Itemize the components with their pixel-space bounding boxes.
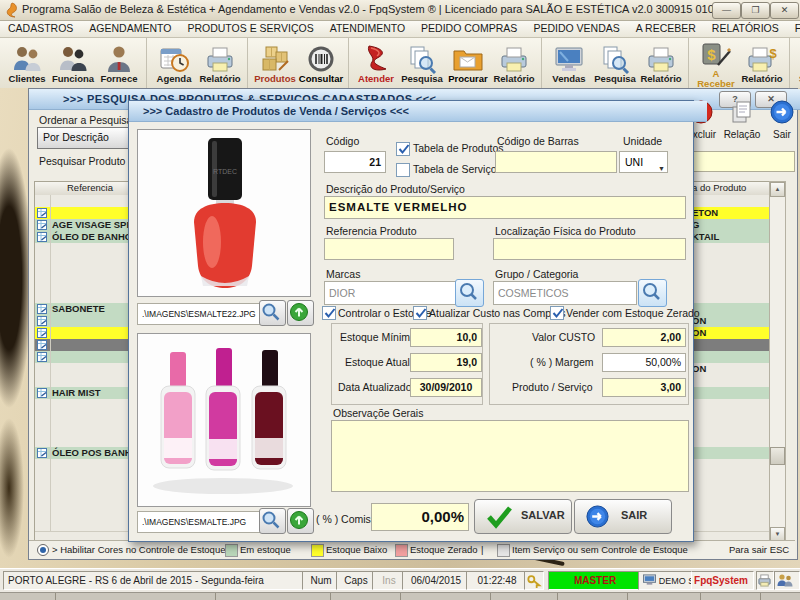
legend-color-swatch	[311, 544, 324, 557]
sair-label: SAIR	[621, 509, 647, 521]
toolbar-button-consultar[interactable]: Consultar	[298, 43, 344, 84]
menu-item-7[interactable]: RELATÓRIOS	[704, 21, 787, 34]
magnifier-icon	[456, 280, 481, 304]
column-produto[interactable]: a do Produto	[692, 182, 746, 193]
menu-item-5[interactable]: PEDIDO VENDAS	[525, 21, 627, 34]
marcas-search-button[interactable]	[455, 279, 484, 307]
comissao-field[interactable]: 0,00%	[371, 503, 469, 531]
vender-zerado-checkbox[interactable]	[550, 306, 564, 320]
printer-icon	[491, 44, 537, 74]
estoque-min-field[interactable]: 10,0	[410, 328, 482, 347]
toolbar-button-atender[interactable]: Atender	[353, 43, 399, 84]
custo-label: Valor CUSTO	[532, 331, 595, 343]
menu-item-8[interactable]: FERRAMENTAS	[787, 21, 800, 34]
toolbar-button-relatório[interactable]: Relatório	[491, 43, 537, 84]
scrollbar-thumb[interactable]	[770, 447, 785, 465]
menu-item-6[interactable]: A RECEBER	[628, 21, 704, 34]
svg-text:$: $	[707, 46, 716, 63]
codigo-field[interactable]: 21	[324, 151, 386, 173]
estoque-min-label: Estoque Mínimo	[340, 331, 416, 343]
toolbar-button-relatório[interactable]: Relatório	[638, 43, 684, 84]
people-icon	[776, 573, 794, 587]
toolbar-button-funciona[interactable]: Funciona	[50, 43, 96, 84]
image1-load-button[interactable]	[287, 300, 314, 326]
tabela-produtos-checkbox[interactable]	[396, 142, 410, 156]
referencia-field[interactable]	[324, 238, 454, 260]
search-input[interactable]	[691, 151, 795, 172]
green-orb-icon	[288, 509, 310, 531]
estoque-atual-field[interactable]: 19,0	[410, 353, 482, 372]
table-row-label: ÓLEO DE BANHO	[52, 231, 132, 243]
legend-radio[interactable]	[37, 544, 49, 556]
unidade-dropdown[interactable]: UNI ▼	[619, 151, 668, 173]
toolbar-button-suporte[interactable]: Suporte	[794, 43, 800, 84]
obs-textarea[interactable]	[331, 420, 689, 492]
check-icon	[485, 505, 513, 529]
sair-window-button[interactable]: Sair	[763, 99, 800, 140]
title-bar: Programa Salão de Beleza & Estética + Ag…	[0, 0, 800, 21]
tabela-servicos-checkbox[interactable]	[396, 163, 410, 177]
tabela-servicos-label: Tabela de Serviços	[413, 163, 502, 175]
close-button[interactable]: ✕	[770, 2, 799, 19]
controlar-estoque-checkbox[interactable]	[322, 306, 336, 320]
image2-load-button[interactable]	[287, 508, 314, 534]
relacao-button[interactable]: Relação	[723, 99, 761, 140]
toolbar-button-pesquisa[interactable]: Pesquisa	[399, 43, 445, 84]
status-num: Num	[302, 571, 340, 590]
status-caps: Caps	[336, 571, 376, 590]
salvar-button[interactable]: SALVAR	[474, 499, 572, 534]
toolbar-button-fornece[interactable]: Fornece	[96, 43, 142, 84]
toolbar-button-clientes[interactable]: Clientes	[4, 43, 50, 84]
docmag-icon	[399, 44, 445, 74]
atualizar-custo-checkbox[interactable]	[413, 306, 427, 320]
menu-item-2[interactable]: PRODUTOS E SERVIÇOS	[179, 21, 321, 34]
order-label: Ordenar a Pesquisa	[39, 114, 132, 126]
toolbar-button-a-receber[interactable]: $A Receber	[693, 38, 739, 89]
toolbar-button-label: Relatório	[638, 74, 684, 84]
custo-field[interactable]: 2,00	[602, 328, 686, 347]
toolbar-button-relatório[interactable]: Relatório	[197, 43, 243, 84]
grupo-label: Grupo / Categoria	[495, 268, 578, 280]
status-printer-panel[interactable]	[756, 571, 774, 590]
toolbar-button-produtos[interactable]: Produtos	[252, 43, 298, 84]
preco-field[interactable]: 3,00	[602, 378, 686, 397]
image1-zoom-button[interactable]	[259, 300, 286, 326]
toolbar-button-vendas[interactable]: Vendas	[546, 43, 592, 84]
menu-item-1[interactable]: AGENDAMENTO	[81, 21, 179, 34]
menu-item-0[interactable]: CADASTROS	[0, 21, 81, 34]
toolbar-button-relatório[interactable]: $Relatório	[739, 43, 785, 84]
minimize-button[interactable]: —	[712, 2, 741, 19]
menu-bar: CADASTROSAGENDAMENTOPRODUTOS E SERVIÇOSA…	[0, 21, 800, 38]
scroll-up-icon[interactable]: ▲	[770, 182, 785, 197]
sair-button[interactable]: SAIR	[574, 499, 672, 534]
sair-window-label: Sair	[763, 129, 800, 140]
column-referencia[interactable]: Referencia	[67, 182, 113, 193]
application-window: Programa Salão de Beleza & Estética + Ag…	[0, 0, 800, 600]
image1-path-field[interactable]: .\IMAGENS\ESMALTE22.JPG	[137, 303, 263, 325]
nail-polish-trio-image	[138, 334, 308, 504]
menu-item-4[interactable]: PEDIDO COMPRAS	[413, 21, 525, 34]
status-users-panel[interactable]	[774, 571, 800, 590]
toolbar-button-label: Funciona	[50, 74, 96, 84]
margem-field[interactable]: 50,00%	[602, 353, 686, 372]
vertical-scrollbar[interactable]: ▲ ▼	[769, 181, 786, 543]
barras-label: Código de Barras	[497, 135, 579, 147]
grupo-search-button[interactable]	[638, 279, 667, 307]
toolbar-button-procurar[interactable]: Procurar	[445, 43, 491, 84]
menu-item-3[interactable]: ATENDIMENTO	[322, 21, 413, 34]
image2-zoom-button[interactable]	[259, 508, 286, 534]
data-atualizado-field[interactable]: 30/09/2010	[410, 378, 482, 397]
image2-path-field[interactable]: .\IMAGENS\ESMALTE.JPG	[137, 511, 263, 533]
descricao-field[interactable]: ESMALTE VERMELHO	[324, 196, 686, 219]
barras-field[interactable]	[495, 151, 617, 173]
grupo-field[interactable]: COSMETICOS	[493, 281, 637, 305]
decorative-photo	[0, 418, 24, 558]
docmag-icon	[592, 44, 638, 74]
toolbar-group: AtenderPesquisaProcurarRelatório	[349, 38, 542, 88]
marcas-field[interactable]: DIOR	[324, 281, 456, 305]
exit-arrow-icon	[769, 99, 795, 125]
localizacao-field[interactable]	[493, 238, 686, 260]
restore-button[interactable]: ❐	[741, 2, 770, 19]
toolbar-button-agenda[interactable]: Agenda	[151, 43, 197, 84]
toolbar-button-pesquisa[interactable]: Pesquisa	[592, 43, 638, 84]
